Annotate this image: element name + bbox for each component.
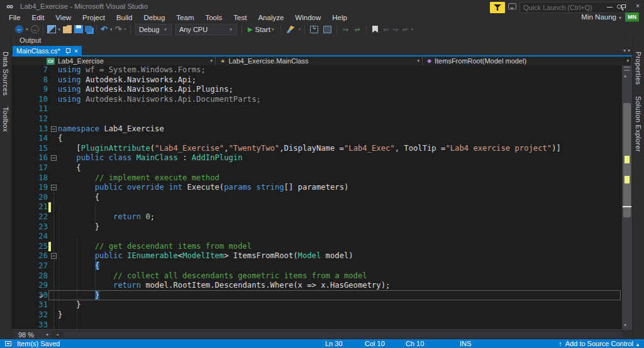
open-file-button[interactable] <box>63 24 72 35</box>
menu-item-help[interactable]: Help <box>326 13 353 23</box>
code-line-29[interactable]: 29 return model.RootItem.Descendants.Whe… <box>12 281 622 291</box>
scroll-up-icon[interactable]: ▴ <box>624 73 626 79</box>
code-line-20[interactable]: 20 { <box>12 193 622 203</box>
collapse-region-toggle[interactable]: − <box>51 253 57 259</box>
sidebar-tab-toolbox[interactable]: Toolbox <box>0 104 11 134</box>
collapse-region-toggle[interactable]: − <box>51 155 57 161</box>
code-line-8[interactable]: 8using Autodesk.Navisworks.Api; <box>12 75 622 85</box>
member-dropdown[interactable]: ⬥ ItemsFromRoot(Model model) ▾ <box>423 57 632 65</box>
editor-zoom-dropdown[interactable]: 98 % ▾ <box>15 330 52 339</box>
splitter-grip-icon[interactable] <box>624 67 630 71</box>
horizontal-scrollbar[interactable] <box>64 332 623 338</box>
code-line-17[interactable]: 17 { <box>12 163 622 173</box>
minimize-button[interactable] <box>604 1 616 11</box>
restore-button[interactable] <box>618 1 630 11</box>
tab-mainclass[interactable]: MainClass.cs* × <box>13 46 82 56</box>
menu-item-window[interactable]: Window <box>289 13 326 23</box>
code-line-25[interactable]: 25 // get descendant items from model <box>12 242 622 252</box>
code-line-27[interactable]: 27 { <box>12 261 622 271</box>
menu-item-edit[interactable]: Edit <box>26 13 50 23</box>
menu-item-debug[interactable]: Debug <box>138 13 170 23</box>
attach-to-process-icon[interactable] <box>286 26 294 33</box>
code-line-14[interactable]: 14{ <box>12 134 622 144</box>
solution-configuration-dropdown[interactable]: Debug▾ <box>135 24 172 35</box>
menu-item-tools[interactable]: Tools <box>199 13 228 23</box>
comment-lines-icon[interactable]: ↪ <box>341 26 350 33</box>
previous-bookmark-icon[interactable]: ↩ <box>383 26 389 33</box>
code-line-28[interactable]: 28 // collect all descendants geometric … <box>12 271 622 281</box>
add-to-source-control-button[interactable]: ↑Add to Source Control▴ <box>558 340 639 347</box>
save-all-button[interactable] <box>86 24 92 35</box>
overflow-chevron-icon[interactable]: ▾ <box>411 27 414 32</box>
close-icon[interactable]: × <box>74 48 78 55</box>
code-line-21[interactable]: 21 <box>12 202 622 212</box>
notification-flag-icon[interactable] <box>490 2 505 13</box>
solution-platform-dropdown[interactable]: Any CPU▾ <box>175 24 237 35</box>
undo-dropdown-icon[interactable]: ▾ <box>110 27 113 32</box>
code-line-26[interactable]: 26− public IEnumerable<ModelItem> ItemsF… <box>12 251 622 261</box>
new-project-button[interactable] <box>47 24 56 35</box>
code-line-10[interactable]: 10using Autodesk.Navisworks.Api.Document… <box>12 95 622 105</box>
redo-dropdown-icon[interactable]: ▾ <box>124 27 126 32</box>
code-line-19[interactable]: 19− public override int Execute(params s… <box>12 183 622 193</box>
save-button[interactable] <box>74 24 83 35</box>
code-line-24[interactable]: 24 <box>12 232 622 242</box>
close-button[interactable]: × <box>632 1 643 11</box>
code-line-11[interactable]: 11 <box>12 104 622 114</box>
code-line-7[interactable]: 7using wf = System.Windows.Forms; <box>12 65 622 75</box>
menu-item-project[interactable]: Project <box>77 13 111 23</box>
panel-chevron-icon[interactable]: ▾ <box>628 48 630 53</box>
menu-item-analyze[interactable]: Analyze <box>252 13 289 23</box>
bookmark-icon[interactable] <box>372 26 378 33</box>
code-line-33[interactable]: 33 <box>12 320 622 329</box>
menu-item-team[interactable]: Team <box>170 13 199 23</box>
overflow-chevron-icon[interactable]: ▾ <box>298 27 301 32</box>
project-dropdown[interactable]: C# Lab4_Exercise ▾ <box>12 57 216 65</box>
pin-icon[interactable] <box>65 48 70 54</box>
menu-item-view[interactable]: View <box>50 13 77 23</box>
collapse-region-toggle[interactable]: − <box>51 185 57 190</box>
code-editor[interactable]: 7using wf = System.Windows.Forms;8using … <box>12 65 622 329</box>
code-line-31[interactable]: 31 } <box>12 300 622 310</box>
code-line-30[interactable]: 30✎ } <box>12 291 622 301</box>
code-line-15[interactable]: 15 [PluginAttribute("Lab4_Exercise","Twe… <box>12 144 622 154</box>
sidebar-tab-data-sources[interactable]: Data Sources <box>0 49 11 98</box>
collapse-region-toggle[interactable]: − <box>51 126 57 132</box>
panel-tab-solution-explorer[interactable]: Solution Explorer <box>633 94 644 155</box>
code-line-12[interactable]: 12 <box>12 114 622 124</box>
back-dropdown-icon[interactable]: ▾ <box>26 27 28 32</box>
undo-button[interactable]: ↶ <box>101 24 108 35</box>
menu-item-build[interactable]: Build <box>111 13 138 23</box>
account-name[interactable]: Min Naung▾ <box>581 13 621 21</box>
scroll-left-icon[interactable]: ◂ <box>56 332 58 337</box>
panel-tab-properties[interactable]: Properties <box>633 49 644 87</box>
code-line-23[interactable]: 23 } <box>12 222 622 232</box>
quick-launch-input[interactable] <box>523 3 611 13</box>
navigate-back-button[interactable]: ← <box>15 24 23 35</box>
code-line-9[interactable]: 9using Autodesk.Navisworks.Api.Plugins; <box>12 85 622 95</box>
send-feedback-icon[interactable] <box>508 3 516 9</box>
code-line-32[interactable]: 32} <box>12 310 622 320</box>
menu-item-test[interactable]: Test <box>228 13 252 23</box>
step-into-icon[interactable] <box>310 26 318 33</box>
new-dropdown-icon[interactable]: ▾ <box>58 27 61 32</box>
next-bookmark-icon[interactable]: ↪ <box>392 26 398 33</box>
navigate-forward-button[interactable]: → <box>31 24 39 35</box>
line-number: 19 <box>12 183 48 193</box>
scroll-down-icon[interactable]: ▾ <box>624 322 626 328</box>
redo-button[interactable]: ↷ <box>114 24 121 35</box>
start-debug-button[interactable]: ▶ Start ▾ <box>248 26 275 33</box>
uncomment-lines-icon[interactable]: ↫ <box>353 26 362 33</box>
clear-bookmarks-icon[interactable]: ↫ <box>402 26 408 33</box>
code-line-16[interactable]: 16− public class MainClass : AddInPlugin <box>12 153 622 163</box>
output-panel-tab[interactable]: Output <box>14 36 47 44</box>
step-over-icon[interactable] <box>323 26 331 33</box>
avatar[interactable]: MN <box>625 13 639 22</box>
type-dropdown[interactable]: ✦ Lab4_Exercise.MainClass ▾ <box>216 57 423 65</box>
tab-overflow-chevron-icon[interactable]: ▾ <box>623 48 626 53</box>
vertical-scrollbar[interactable]: ▴ ▾ <box>622 65 632 329</box>
menu-item-file[interactable]: File <box>3 13 26 23</box>
code-line-13[interactable]: 13−namespace Lab4_Exercise <box>12 124 622 134</box>
code-line-18[interactable]: 18 // implement execute method <box>12 173 622 183</box>
code-line-22[interactable]: 22 return 0; <box>12 212 622 222</box>
